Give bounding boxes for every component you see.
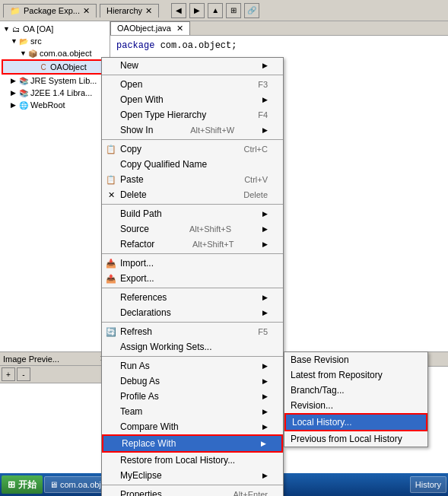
menu-item-delete[interactable]: ✕ Delete Delete [102,187,283,202]
menu-item-debug-as[interactable]: Debug As [102,374,283,389]
tree-item-label: WebRoot [30,100,65,110]
image-preview-panel: Image Previe... ✕ + - [0,352,110,473]
menu-label: Replace With [122,438,176,449]
menu-item-restore-local[interactable]: Restore from Local History... [102,453,283,468]
menu-label: Import... [120,258,154,269]
package-icon: 📦 [27,48,38,59]
top-toolbar: 📁 Package Exp... ✕ Hierarchy ✕ ◀ ▶ ▲ ⊞ 🔗 [0,0,448,21]
tree-item[interactable]: ▶ 🌐 WebRoot [2,99,108,111]
menu-separator [102,485,283,485]
close-icon[interactable]: ✕ [176,24,183,33]
expand-arrow: ▼ [11,37,18,45]
menu-separator [102,288,283,288]
close-tab-icon[interactable]: ✕ [83,6,90,16]
menu-item-myeclipse[interactable]: MyEclipse [102,468,283,483]
menu-item-build-path[interactable]: Build Path [102,206,283,221]
menu-separator [102,322,283,323]
image-preview-label: Image Previe... [3,355,59,364]
submenu-item-latest-from-repo[interactable]: Latest from Repository [284,367,427,383]
tree-item[interactable]: ▶ 📚 J2EE 1.4 Libra... [2,87,108,99]
folder-icon: 📂 [18,36,29,46]
menu-item-team[interactable]: Team [102,404,283,419]
export-icon: 📤 [105,272,117,285]
tree-item[interactable]: ▼ 🗂 OA [OA] [2,23,108,35]
expand-arrow: ▶ [11,77,18,84]
menu-item-compare-with[interactable]: Compare With [102,419,283,434]
close-tab-icon2[interactable]: ✕ [145,6,152,16]
menu-item-new[interactable]: New [102,58,283,73]
menu-separator [102,139,283,140]
webroot-icon: 🌐 [18,100,29,110]
menu-shortcut: F3 [258,80,268,89]
project-icon: 🗂 [11,24,21,34]
submenu-item-base-revision[interactable]: Base Revision [284,352,427,367]
menu-item-open-with[interactable]: Open With [102,92,283,107]
submenu-label: Branch/Tag... [291,385,345,396]
menu-label: MyEclipse [120,470,162,481]
menu-item-declarations[interactable]: Declarations [102,305,283,320]
history-label: History [415,480,441,489]
tree-item-label: J2EE 1.4 Libra... [30,88,92,97]
menu-item-source[interactable]: Source Alt+Shift+S [102,221,283,237]
menu-shortcut: Alt+Shift+S [189,224,231,234]
windows-icon: ⊞ [8,479,15,490]
submenu-item-revision[interactable]: Revision... [284,398,427,413]
menu-item-paste[interactable]: 📋 Paste Ctrl+V [102,172,283,187]
submenu-item-branch-tag[interactable]: Branch/Tag... [284,383,427,398]
menu-label: Show In [120,125,153,135]
menu-item-refresh[interactable]: 🔄 Refresh F5 [102,324,283,339]
menu-item-replace-with[interactable]: Replace With [102,434,283,453]
menu-item-profile-as[interactable]: Profile As [102,389,283,404]
tree-item-oaobject[interactable]: C OAObject [2,59,108,75]
nav-forward-btn[interactable]: ▶ [189,3,205,18]
class-icon: C [38,62,49,72]
nav-back-btn[interactable]: ◀ [171,3,186,18]
tree-item[interactable]: ▶ 📚 JRE System Lib... [2,75,108,87]
tab-oaobject[interactable]: OAObject.java ✕ [110,21,190,35]
submenu-item-local-history[interactable]: Local History... [284,413,427,431]
copy-icon: 📋 [105,143,117,155]
collapse-btn[interactable]: ⊞ [226,3,241,18]
tab-hierarchy[interactable]: Hierarchy ✕ [100,4,159,17]
start-label: 开始 [18,479,37,491]
menu-item-open-type[interactable]: Open Type Hierarchy F4 [102,107,283,122]
tree-item[interactable]: ▼ 📂 src [2,35,108,47]
start-button[interactable]: ⊞ 开始 [2,475,43,494]
package-explorer-panel: ▼ 🗂 OA [OA] ▼ 📂 src ▼ 📦 com.oa.object [0,21,110,351]
image-preview-header: Image Previe... ✕ [0,352,110,366]
menu-label: Refresh [120,326,152,337]
link-btn[interactable]: 🔗 [244,3,259,18]
zoom-out-btn[interactable]: - [17,367,30,381]
menu-label: Declarations [120,307,171,318]
menu-item-copy-qualified[interactable]: Copy Qualified Name [102,157,283,172]
menu-item-show-in[interactable]: Show In Alt+Shift+W [102,122,283,138]
menu-item-refactor[interactable]: Refactor Alt+Shift+T [102,237,283,252]
menu-item-import[interactable]: 📥 Import... [102,256,283,271]
submenu-item-previous-local-history[interactable]: Previous from Local History [284,431,427,447]
menu-label: Compare With [120,421,179,432]
image-preview-content [0,383,110,473]
submenu-label: Revision... [291,400,333,411]
tree-item-label: OAObject [50,62,87,72]
menu-item-export[interactable]: 📤 Export... [102,271,283,286]
menu-label: Refactor [120,239,154,250]
menu-item-run-as[interactable]: Run As [102,358,283,374]
history-taskbar-btn[interactable]: History [410,476,446,493]
refresh-icon: 🔄 [105,326,117,338]
menu-label: New [120,60,138,71]
menu-label: Profile As [120,391,159,402]
tree-item-label: OA [OA] [23,24,53,33]
menu-item-references[interactable]: References [102,290,283,305]
menu-shortcut: F4 [258,110,268,119]
menu-item-assign-working-sets[interactable]: Assign Working Sets... [102,339,283,355]
menu-item-copy[interactable]: 📋 Copy Ctrl+C [102,141,283,157]
editor-tab-bar: OAObject.java ✕ [110,21,448,36]
menu-item-properties[interactable]: Properties Alt+Enter [102,487,283,496]
nav-up-btn[interactable]: ▲ [208,3,223,18]
tree-item[interactable]: ▼ 📦 com.oa.object [2,47,108,59]
menu-item-open[interactable]: Open F3 [102,77,283,92]
zoom-in-btn[interactable]: + [2,367,15,381]
package-icon: 📁 [10,6,21,16]
tab-package-exp[interactable]: 📁 Package Exp... ✕ [3,4,97,17]
menu-label: Copy Qualified Name [120,159,207,170]
